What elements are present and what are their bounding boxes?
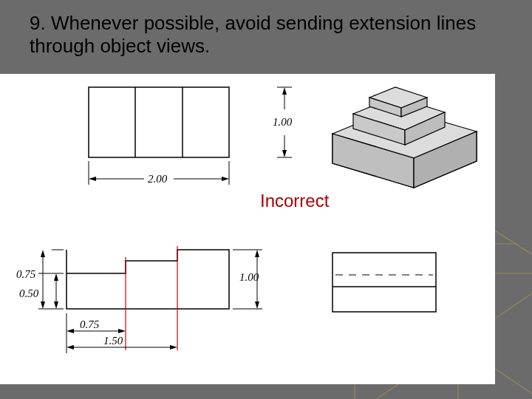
svg-marker-46 xyxy=(255,250,259,257)
incorrect-label: Incorrect xyxy=(260,191,329,211)
dim-step1-h: 0.75 xyxy=(16,268,36,280)
svg-marker-35 xyxy=(54,301,58,309)
drawing-bottom-side xyxy=(325,245,458,334)
drawing-top-sidedim: 1.00 xyxy=(255,80,314,168)
svg-marker-38 xyxy=(66,329,74,333)
drawing-isometric xyxy=(318,71,488,197)
rule-heading: 9. Whenever possible, avoid sending exte… xyxy=(30,12,505,58)
diagram-area: 2.00 1.00 Incorrect xyxy=(0,74,495,384)
svg-marker-14 xyxy=(282,150,287,157)
svg-marker-8 xyxy=(222,177,229,181)
svg-marker-39 xyxy=(118,329,126,333)
dim-step2-h: 0.50 xyxy=(19,287,39,299)
svg-marker-34 xyxy=(54,273,58,281)
dim-upper-width: 2.00 xyxy=(148,173,168,185)
svg-marker-41 xyxy=(66,345,74,349)
drawing-bottom-profile: 0.75 0.50 0.75 1.50 1.00 xyxy=(7,220,273,383)
svg-marker-7 xyxy=(89,177,96,181)
dim-upper-height: 1.00 xyxy=(273,116,293,128)
svg-marker-31 xyxy=(41,250,45,257)
svg-rect-48 xyxy=(332,253,436,312)
svg-marker-13 xyxy=(282,87,287,95)
svg-marker-42 xyxy=(170,345,177,349)
dim-step-w1: 0.75 xyxy=(80,318,100,330)
svg-rect-0 xyxy=(89,87,229,157)
svg-marker-32 xyxy=(41,301,45,309)
svg-marker-47 xyxy=(255,301,259,309)
drawing-top-front: 2.00 xyxy=(74,80,266,191)
dim-lower-height: 1.00 xyxy=(239,271,259,283)
dim-step-w2: 1.50 xyxy=(103,335,123,347)
